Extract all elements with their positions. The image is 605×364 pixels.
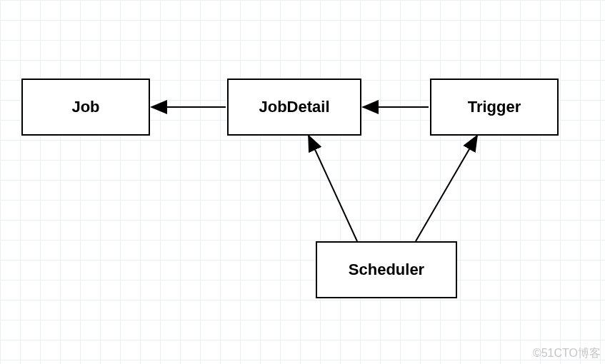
node-jobdetail-label: JobDetail (259, 98, 329, 116)
node-trigger-label: Trigger (468, 98, 521, 116)
node-trigger: Trigger (430, 79, 559, 136)
edge-scheduler-trigger (416, 136, 477, 241)
node-jobdetail: JobDetail (227, 79, 361, 136)
node-job-label: Job (71, 98, 99, 116)
diagram-arrows (0, 0, 605, 364)
node-scheduler-label: Scheduler (349, 261, 424, 279)
node-job: Job (21, 79, 150, 136)
edge-scheduler-jobdetail (309, 136, 357, 241)
node-scheduler: Scheduler (316, 241, 457, 298)
